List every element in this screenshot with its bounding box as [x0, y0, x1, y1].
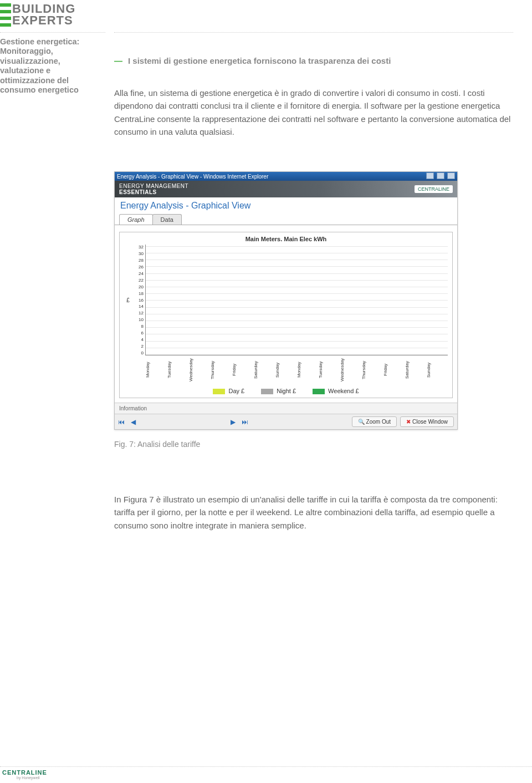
sidebar-description: Gestione energetica: Monitoraggio, visua… [0, 37, 105, 95]
info-bar: Information [115, 403, 457, 414]
legend-weekend: Weekend £ [313, 388, 359, 394]
view-title: Energy Analysis - Graphical View [115, 197, 457, 214]
nav-next-icon[interactable]: ▶ [231, 418, 236, 426]
zoom-out-button[interactable]: 🔍Zoom Out [352, 416, 397, 427]
close-icon[interactable] [447, 172, 455, 179]
close-window-button[interactable]: ✖Close Window [400, 416, 454, 427]
body-paragraph-2: In Figura 7 è illustrato un esempio di u… [114, 493, 513, 532]
logo-text: BUILDINGEXPERTS [12, 3, 75, 27]
zoom-out-icon: 🔍 [358, 419, 365, 425]
x-axis-labels: MondayTuesdayWednesdayThursdayFridaySatu… [145, 358, 448, 382]
window-titlebar: Energy Analysis - Graphical View - Windo… [115, 172, 457, 181]
chart-plot [145, 245, 448, 355]
nav-last-icon[interactable]: ⏭ [242, 418, 248, 426]
legend-day: Day £ [213, 388, 244, 394]
nav-arrows: ⏮ ◀ ▶ ⏭ [118, 418, 253, 426]
tab-data[interactable]: Data [152, 214, 182, 225]
y-axis-label: £ [124, 245, 132, 355]
legend-night: Night £ [261, 388, 296, 394]
minimize-icon[interactable] [426, 172, 434, 179]
view-tabs: Graph Data [115, 214, 457, 225]
footer-brand-sub: by Honeywell [0, 776, 532, 780]
figure-caption: Fig. 7: Analisi delle tariffe [114, 440, 513, 449]
chart-container: Main Meters. Main Elec kWh £ 32302826242… [115, 225, 457, 403]
main-content: I sistemi di gestione energetica fornisc… [114, 32, 513, 565]
nav-bar: ⏮ ◀ ▶ ⏭ 🔍Zoom Out ✖Close Window [115, 414, 457, 429]
section-heading: I sistemi di gestione energetica fornisc… [114, 56, 513, 65]
maximize-icon[interactable] [437, 172, 444, 179]
window-title-text: Energy Analysis - Graphical View - Windo… [117, 174, 268, 180]
app-banner: ENERGY MANAGEMENT ESSENTIALS CENTRALINE [115, 181, 457, 197]
page-footer: CENTRALINE by Honeywell [0, 766, 532, 780]
banner-brand: CENTRALINE [415, 185, 453, 193]
chart-legend: Day £ Night £ Weekend £ [124, 388, 448, 394]
logo-bars-icon [0, 3, 11, 27]
brand-logo: BUILDINGEXPERTS [0, 3, 75, 27]
figure-window: Energy Analysis - Graphical View - Windo… [114, 171, 458, 430]
window-controls[interactable] [425, 172, 455, 180]
banner-title: ENERGY MANAGEMENT ESSENTIALS [119, 183, 188, 195]
close-window-icon: ✖ [406, 419, 411, 425]
footer-brand: CENTRALINE [0, 769, 532, 776]
body-paragraph-1: Alla fine, un sistema di gestione energe… [114, 87, 513, 138]
tab-graph[interactable]: Graph [119, 214, 153, 225]
sidebar: Gestione energetica: Monitoraggio, visua… [0, 32, 105, 95]
chart-title: Main Meters. Main Elec kWh [124, 236, 448, 242]
nav-first-icon[interactable]: ⏮ [118, 418, 125, 426]
nav-prev-icon[interactable]: ◀ [131, 418, 136, 426]
y-axis-ticks: 32302826242220181614121086420 [132, 245, 145, 355]
